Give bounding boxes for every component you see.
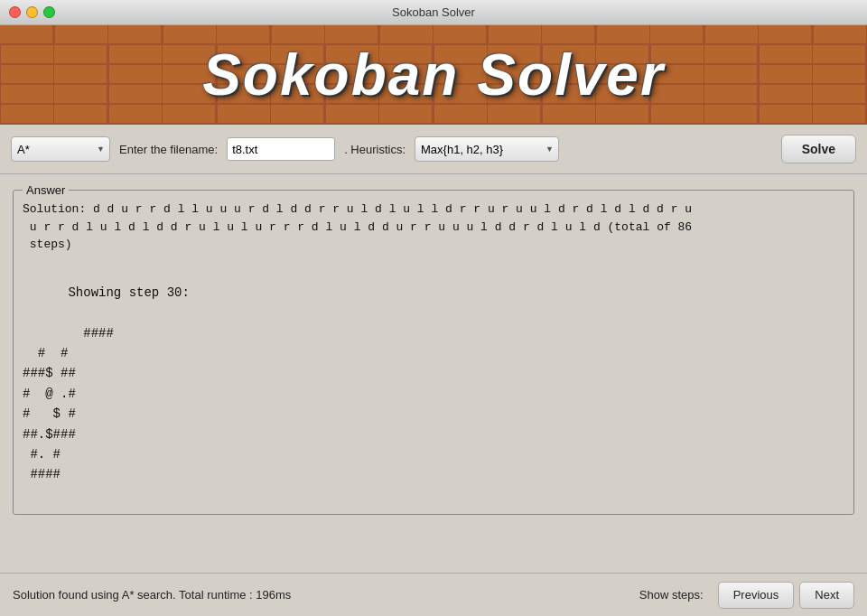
- answer-legend: Answer: [23, 183, 69, 197]
- answer-box: Answer Solution: d d u r r d l l u u u r…: [13, 183, 854, 515]
- window-title: Sokoban Solver: [392, 5, 475, 19]
- show-steps-label: Show steps:: [639, 588, 704, 602]
- heuristics-label: . Heuristics:: [344, 143, 406, 156]
- close-button[interactable]: [9, 6, 21, 18]
- status-text: Solution found using A* search. Total ru…: [13, 588, 291, 602]
- solve-button[interactable]: Solve: [781, 135, 856, 163]
- heuristics-select[interactable]: Max{h1, h2, h3} h1 h2 h3: [415, 136, 559, 162]
- main-content: Answer Solution: d d u r r d l l u u u r…: [0, 174, 867, 573]
- algorithm-select-wrapper[interactable]: A* BFS DFS UCS: [11, 136, 110, 162]
- window-controls[interactable]: [9, 6, 55, 18]
- controls-row: A* BFS DFS UCS Enter the filename: . Heu…: [0, 125, 867, 174]
- step-board: #### # # ###$ ## # @ .# # $ # ##.$### #.…: [23, 326, 114, 482]
- algorithm-select[interactable]: A* BFS DFS UCS: [11, 136, 110, 162]
- bottom-bar: Solution found using A* search. Total ru…: [0, 573, 867, 616]
- filename-label: Enter the filename:: [119, 143, 218, 156]
- next-button[interactable]: Next: [799, 582, 854, 609]
- app-title: Sokoban Solver: [202, 42, 665, 108]
- step-display: Showing step 30: #### # # ###$ ## # @ .#…: [23, 263, 844, 506]
- maximize-button[interactable]: [43, 6, 55, 18]
- filename-input[interactable]: [227, 137, 335, 161]
- previous-button[interactable]: Previous: [718, 582, 795, 609]
- solution-text: Solution: d d u r r d l l u u u r d l d …: [23, 201, 844, 254]
- title-bar: Sokoban Solver: [0, 0, 867, 25]
- brick-header: Sokoban Solver: [0, 25, 867, 125]
- heuristics-select-wrapper[interactable]: Max{h1, h2, h3} h1 h2 h3: [415, 136, 559, 162]
- step-label: Showing step 30:: [68, 285, 189, 300]
- minimize-button[interactable]: [26, 6, 38, 18]
